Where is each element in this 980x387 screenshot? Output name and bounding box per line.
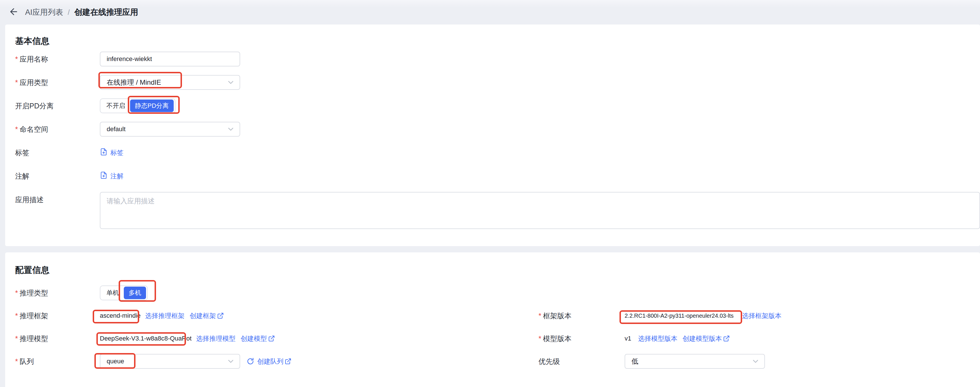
chevron-down-icon bbox=[226, 125, 235, 134]
inference-model-value: DeepSeek-V3.1-w8a8c8-QuaRot bbox=[100, 335, 192, 342]
framework-row: * 推理框架 ascend-mindie 选择推理框架 创建框架 * 框 bbox=[15, 308, 980, 323]
app-type-label: 应用类型 bbox=[20, 78, 48, 87]
framework-version-label: 框架版本 bbox=[543, 311, 571, 320]
queue-label: 队列 bbox=[20, 357, 34, 366]
namespace-value: default bbox=[107, 126, 226, 133]
create-framework-link[interactable]: 创建框架 bbox=[190, 311, 224, 320]
add-annotation-link[interactable]: 注解 bbox=[100, 171, 124, 181]
app-name-input[interactable] bbox=[100, 52, 240, 67]
required-marker: * bbox=[15, 78, 18, 87]
required-marker: * bbox=[15, 311, 18, 320]
required-marker: * bbox=[15, 357, 18, 366]
pd-separation-label: 开启PD分离 bbox=[15, 101, 54, 111]
refresh-queue-icon[interactable] bbox=[247, 357, 255, 365]
inference-framework-value: ascend-mindie bbox=[100, 312, 141, 319]
external-link-icon bbox=[217, 312, 224, 319]
inference-type-row: * 推理类型 单机 多机 bbox=[15, 285, 980, 300]
pd-separation-toggle: 不开启 静态PD分离 bbox=[100, 99, 175, 113]
annotations-row: 注解 注解 bbox=[15, 169, 980, 183]
external-link-icon bbox=[285, 358, 291, 365]
required-marker: * bbox=[15, 288, 18, 298]
create-inference-app-page: { "misc": { "required_marker": "*" }, "b… bbox=[0, 0, 980, 387]
add-document-icon bbox=[100, 171, 108, 181]
tags-label: 标签 bbox=[15, 148, 29, 158]
select-model-link[interactable]: 选择推理模型 bbox=[196, 334, 235, 343]
arrow-left-icon bbox=[8, 6, 19, 18]
app-name-label: 应用名称 bbox=[20, 54, 48, 64]
framework-version-value: 2.2.RC1-800I-A2-py311-openeuler24.03-lts bbox=[625, 312, 733, 319]
namespace-select[interactable]: default bbox=[100, 122, 240, 137]
required-marker: * bbox=[15, 124, 18, 134]
pd-static-option[interactable]: 静态PD分离 bbox=[130, 100, 174, 112]
description-row: 应用描述 bbox=[15, 192, 980, 229]
select-framework-version-link[interactable]: 选择框架版本 bbox=[742, 311, 781, 320]
basic-info-card: 基本信息 * 应用名称 * 应用类型 在线推理 / MindIE 开启PD分离 bbox=[5, 24, 980, 246]
page-title: 创建在线推理应用 bbox=[74, 7, 138, 18]
chevron-down-icon bbox=[226, 78, 235, 87]
description-textarea[interactable] bbox=[100, 192, 980, 229]
tags-row: 标签 标签 bbox=[15, 145, 980, 160]
select-framework-link[interactable]: 选择推理框架 bbox=[145, 311, 185, 320]
annotations-label: 注解 bbox=[15, 171, 29, 181]
app-name-row: * 应用名称 bbox=[15, 52, 980, 67]
app-type-select[interactable]: 在线推理 / MindIE bbox=[100, 75, 240, 90]
config-info-title: 配置信息 bbox=[15, 264, 980, 276]
inference-model-label: 推理模型 bbox=[20, 334, 48, 343]
app-type-value: 在线推理 / MindIE bbox=[107, 78, 226, 87]
namespace-label: 命名空间 bbox=[20, 124, 48, 134]
add-document-icon bbox=[100, 148, 108, 158]
add-annotation-label: 注解 bbox=[110, 172, 124, 180]
app-type-row: * 应用类型 在线推理 / MindIE bbox=[15, 75, 980, 90]
inference-framework-label: 推理框架 bbox=[20, 311, 48, 320]
add-tag-link[interactable]: 标签 bbox=[100, 148, 124, 158]
create-model-version-link[interactable]: 创建模型版本 bbox=[682, 334, 730, 343]
priority-value: 低 bbox=[632, 357, 751, 366]
model-version-value: v1 bbox=[625, 335, 631, 342]
chevron-down-icon bbox=[751, 357, 760, 366]
back-button[interactable] bbox=[8, 6, 19, 18]
multi-node-option[interactable]: 多机 bbox=[124, 287, 146, 299]
single-node-option[interactable]: 单机 bbox=[102, 287, 124, 299]
create-queue-link[interactable]: 创建队列 bbox=[257, 357, 291, 366]
queue-value: queue bbox=[107, 358, 226, 365]
priority-label: 优先级 bbox=[538, 357, 560, 366]
model-version-label: 模型版本 bbox=[543, 334, 571, 343]
create-model-link[interactable]: 创建模型 bbox=[241, 334, 275, 343]
model-row: * 推理模型 DeepSeek-V3.1-w8a8c8-QuaRot 选择推理模… bbox=[15, 331, 980, 346]
breadcrumb-parent[interactable]: AI应用列表 bbox=[25, 7, 63, 18]
description-label: 应用描述 bbox=[15, 195, 44, 204]
namespace-row: * 命名空间 default bbox=[15, 122, 980, 137]
breadcrumb-separator: / bbox=[68, 8, 70, 16]
priority-select[interactable]: 低 bbox=[625, 354, 765, 369]
pd-off-option[interactable]: 不开启 bbox=[102, 100, 130, 112]
queue-select[interactable]: queue bbox=[100, 354, 240, 369]
queue-row: * 队列 queue 创建队列 bbox=[15, 354, 980, 369]
external-link-icon bbox=[723, 335, 730, 342]
breadcrumb: AI应用列表 / 创建在线推理应用 bbox=[0, 0, 980, 24]
required-marker: * bbox=[15, 54, 18, 64]
basic-info-title: 基本信息 bbox=[15, 35, 980, 47]
required-marker: * bbox=[15, 334, 18, 343]
add-tag-label: 标签 bbox=[110, 148, 124, 157]
required-marker: * bbox=[538, 334, 541, 343]
config-info-card: 配置信息 * 推理类型 单机 多机 * 推理框架 ascend- bbox=[5, 252, 980, 387]
required-marker: * bbox=[538, 311, 541, 320]
inference-type-toggle: 单机 多机 bbox=[100, 285, 148, 300]
pd-separation-row: 开启PD分离 不开启 静态PD分离 bbox=[15, 99, 980, 113]
external-link-icon bbox=[268, 335, 275, 342]
chevron-down-icon bbox=[226, 357, 235, 366]
select-model-version-link[interactable]: 选择模型版本 bbox=[638, 334, 678, 343]
inference-type-label: 推理类型 bbox=[20, 288, 48, 298]
